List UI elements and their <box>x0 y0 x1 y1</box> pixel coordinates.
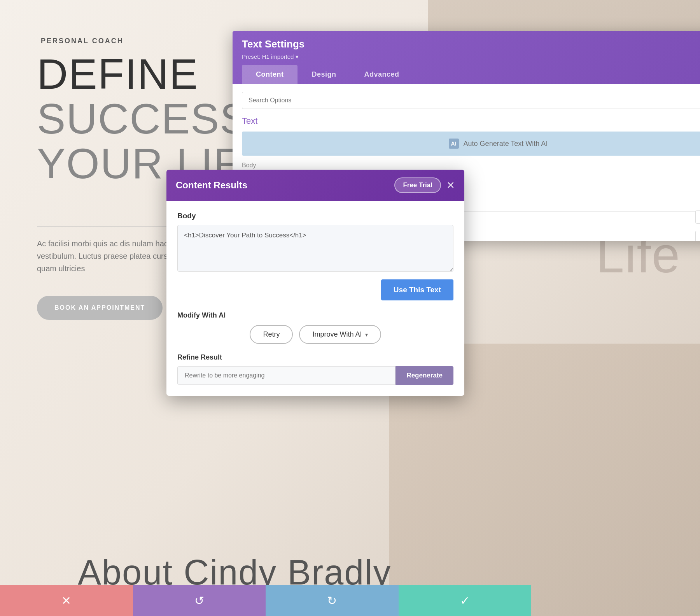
tab-advanced[interactable]: Advanced <box>350 65 413 84</box>
use-this-text-button[interactable]: Use This Text <box>381 279 453 300</box>
modify-section: Modify With AI Retry Improve With AI ▾ <box>177 311 453 344</box>
refine-input[interactable] <box>177 366 396 385</box>
refine-row: Regenerate <box>177 366 453 385</box>
panel-header: Text Settings ⊙ ▦ ⋮ Preset: H1 imported … <box>233 31 700 84</box>
format-icons: ≡ ☰ ⊞ $ <box>695 231 700 241</box>
visual-text-area: Visual Text ≡ ☰ ⊞ $ <box>695 210 700 241</box>
use-this-text-row: Use This Text <box>177 279 453 300</box>
undo-button[interactable]: ↺ <box>133 585 266 616</box>
tab-content[interactable]: Content <box>242 65 298 84</box>
dialog-body: Body Use This Text Modify With AI Retry … <box>166 201 464 396</box>
tab-visual[interactable]: Visual <box>696 211 700 223</box>
improve-chevron-icon: ▾ <box>365 332 368 338</box>
dialog-header: Content Results Free Trial ✕ <box>166 170 464 201</box>
personal-coach-label: PERSONAL COACH <box>41 37 124 45</box>
tab-design[interactable]: Design <box>298 65 350 84</box>
ai-icon: AI <box>449 139 459 149</box>
ai-generate-button[interactable]: AI Auto Generate Text With AI <box>242 132 700 156</box>
body-label: Body <box>242 162 700 169</box>
cancel-button[interactable]: ✕ <box>0 585 133 616</box>
body-textarea[interactable] <box>177 225 453 272</box>
visual-text-tabs: Visual Text <box>695 210 700 224</box>
text-section-header: Text ∧ ⋮ <box>242 116 700 126</box>
modify-buttons: Retry Improve With AI ▾ <box>177 325 453 344</box>
refine-label: Refine Result <box>177 353 453 362</box>
refine-section: Refine Result Regenerate <box>177 353 453 385</box>
content-results-dialog: Content Results Free Trial ✕ Body Use Th… <box>166 170 464 396</box>
bottom-bar: ✕ ↺ ↻ ✓ <box>0 585 531 616</box>
dialog-title: Content Results <box>176 180 247 191</box>
book-appointment-button[interactable]: BOOK AN APPOINTMENT <box>37 296 163 320</box>
panel-title: Text Settings <box>242 38 304 50</box>
dialog-header-right: Free Trial ✕ <box>394 177 455 193</box>
body-field-label: Body <box>177 212 453 220</box>
text-section-title: Text <box>242 116 257 126</box>
modify-label: Modify With AI <box>177 311 453 319</box>
panel-preset[interactable]: Preset: H1 imported ▾ <box>242 53 700 60</box>
divider-line <box>37 226 185 226</box>
headline-define: DEFINE <box>37 53 198 95</box>
confirm-icon: ✓ <box>460 594 470 607</box>
improve-with-ai-button[interactable]: Improve With AI ▾ <box>299 325 381 344</box>
cancel-icon: ✕ <box>61 594 71 607</box>
confirm-button[interactable]: ✓ <box>399 585 532 616</box>
panel-header-top: Text Settings ⊙ ▦ ⋮ <box>242 38 700 50</box>
search-filter-row: + Filter <box>242 92 700 109</box>
free-trial-badge[interactable]: Free Trial <box>394 177 441 193</box>
align-left-icon[interactable]: ≡ <box>695 231 700 241</box>
search-options-input[interactable] <box>242 92 700 109</box>
redo-icon: ↻ <box>327 594 337 607</box>
ai-generate-label: Auto Generate Text With AI <box>464 140 548 148</box>
panel-tabs: Content Design Advanced <box>242 65 700 84</box>
undo-icon: ↺ <box>194 594 204 607</box>
retry-button[interactable]: Retry <box>250 325 293 344</box>
close-icon[interactable]: ✕ <box>446 180 455 190</box>
redo-button[interactable]: ↻ <box>266 585 399 616</box>
regenerate-button[interactable]: Regenerate <box>396 366 453 385</box>
improve-label: Improve With AI <box>312 330 362 339</box>
